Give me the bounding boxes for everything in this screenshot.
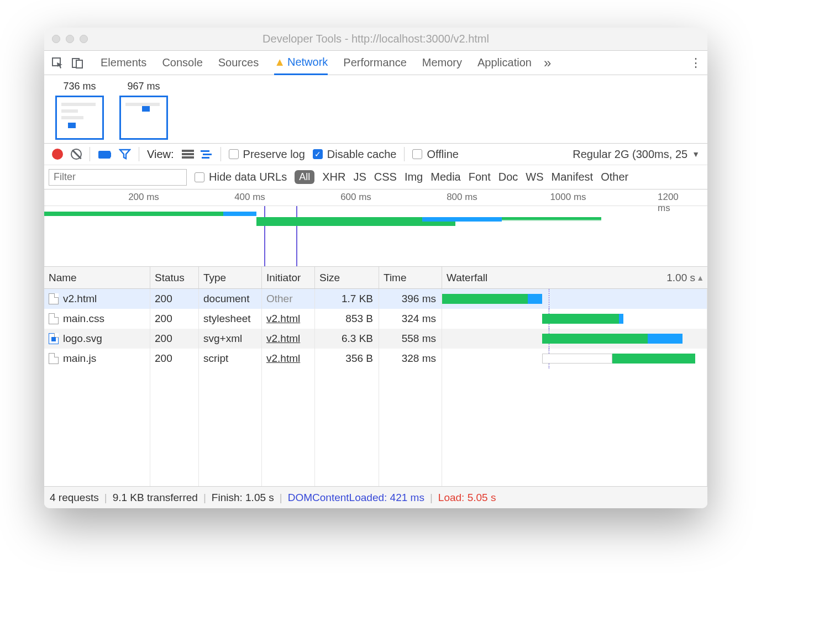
offline-checkbox[interactable]: Offline [412,148,458,161]
tab-console[interactable]: Console [162,51,202,74]
request-status: 200 [150,349,199,368]
col-type[interactable]: Type [199,267,262,288]
request-time: 558 ms [379,329,442,349]
request-status: 200 [150,309,199,329]
col-time[interactable]: Time [379,267,442,288]
col-waterfall[interactable]: Waterfall 1.00 s ▲ [442,267,707,288]
transferred: 9.1 KB transferred [113,492,198,504]
request-name: main.css [63,313,104,325]
tab-elements[interactable]: Elements [101,51,146,74]
finish-time: Finish: 1.05 s [212,492,274,504]
request-type: stylesheet [199,309,262,329]
window-title: Developer Tools - http://localhost:3000/… [44,33,707,45]
panel-tabs: Elements Console Sources ▲Network Perfor… [44,51,707,75]
request-name: main.js [63,352,96,365]
filter-css[interactable]: CSS [374,171,397,183]
disable-cache-checkbox[interactable]: ✓Disable cache [313,148,397,161]
zoom-window[interactable] [80,35,88,43]
hide-data-urls-checkbox[interactable]: Hide data URLs [195,171,287,183]
filter-bar: Hide data URLs All XHR JS CSS Img Media … [44,165,707,189]
table-row[interactable]: logo.svg200svg+xmlv2.html6.3 KB558 ms [44,329,707,349]
tab-sources[interactable]: Sources [218,51,259,74]
request-waterfall [442,349,707,368]
request-type: document [199,289,262,309]
request-size: 356 B [315,349,379,368]
timeline-overview[interactable]: 200 ms 400 ms 600 ms 800 ms 1000 ms 1200… [44,189,707,267]
more-tabs-icon[interactable]: » [544,55,551,71]
request-name: logo.svg [63,333,102,345]
filter-img[interactable]: Img [405,171,423,183]
filter-doc[interactable]: Doc [498,171,518,183]
filter-manifest[interactable]: Manifest [552,171,594,183]
request-waterfall [442,309,707,329]
dcl-marker [264,206,265,266]
file-icon [49,293,59,304]
request-count: 4 requests [50,492,99,504]
file-icon [49,353,59,364]
col-initiator[interactable]: Initiator [262,267,315,288]
svg-rect-9 [203,154,212,155]
devtools-window: Developer Tools - http://localhost:3000/… [44,28,707,508]
request-size: 6.3 KB [315,329,379,349]
request-initiator[interactable]: v2.html [266,352,300,365]
filter-xhr[interactable]: XHR [322,171,345,183]
record-button[interactable] [52,149,63,160]
filmstrip-thumb[interactable]: 736 ms [55,81,104,140]
tab-performance[interactable]: Performance [343,51,407,74]
svg-rect-8 [201,150,209,152]
col-name[interactable]: Name [44,267,150,288]
inspect-element-icon[interactable] [50,55,65,71]
filter-js[interactable]: JS [353,171,366,183]
table-row[interactable]: v2.html200documentOther1.7 KB396 ms [44,289,707,309]
filter-other[interactable]: Other [601,171,628,183]
svg-rect-7 [182,156,194,159]
filmstrip-thumb[interactable]: 967 ms [119,81,168,140]
filter-ws[interactable]: WS [526,171,543,183]
request-time: 396 ms [379,289,442,309]
clear-button[interactable] [71,149,82,160]
request-waterfall [442,329,707,349]
tab-memory[interactable]: Memory [422,51,462,74]
col-size[interactable]: Size [315,267,379,288]
tab-application[interactable]: Application [477,51,532,74]
svg-rect-2 [76,60,82,68]
filter-font[interactable]: Font [469,171,491,183]
kebab-menu-icon[interactable]: ⋮ [690,56,702,70]
thumb-time: 967 ms [127,81,160,92]
dcl-time: DOMContentLoaded: 421 ms [288,492,424,504]
file-icon [49,333,59,344]
request-size: 1.7 KB [315,289,379,309]
request-time: 324 ms [379,309,442,329]
filter-all[interactable]: All [295,170,314,184]
minimize-window[interactable] [66,35,74,43]
request-type: script [199,349,262,368]
request-initiator[interactable]: v2.html [266,333,300,345]
thumb-time: 736 ms [63,81,96,92]
network-toolbar: View: Preserve log ✓Disable cache Offlin… [44,143,707,165]
thumb-preview [55,96,104,140]
request-name: v2.html [63,293,97,305]
capture-screenshots-icon[interactable] [98,149,111,159]
table-row[interactable]: main.js200scriptv2.html356 B328 ms [44,349,707,368]
request-table-body: v2.html200documentOther1.7 KB396 msmain.… [44,289,707,486]
filter-icon[interactable] [119,149,131,160]
col-status[interactable]: Status [150,267,199,288]
request-status: 200 [150,329,199,349]
filter-media[interactable]: Media [431,171,460,183]
load-time: Load: 5.05 s [438,492,496,504]
request-size: 853 B [315,309,379,329]
svg-rect-5 [182,150,194,152]
large-rows-icon[interactable] [182,149,194,159]
close-window[interactable] [52,35,60,43]
table-row[interactable]: main.css200stylesheetv2.html853 B324 ms [44,309,707,329]
throttling-select[interactable]: Regular 2G (300ms, 25▼ [573,148,700,161]
overview-icon[interactable] [201,149,213,159]
toggle-device-icon[interactable] [70,55,85,71]
request-initiator[interactable]: v2.html [266,313,300,325]
preserve-log-checkbox[interactable]: Preserve log [229,148,305,161]
filter-input[interactable] [49,169,187,186]
tab-network[interactable]: ▲Network [274,51,328,75]
status-bar: 4 requests | 9.1 KB transferred | Finish… [44,486,707,508]
window-controls [52,35,88,43]
request-waterfall [442,289,707,309]
